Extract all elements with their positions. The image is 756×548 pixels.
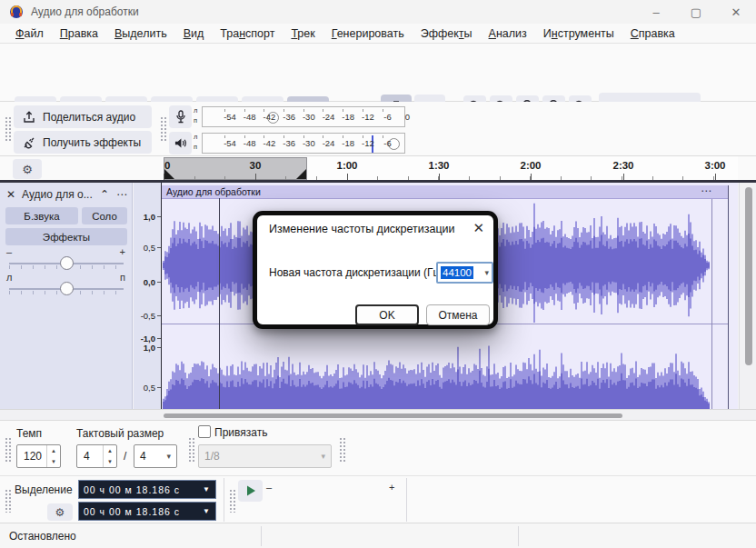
time-toolbar: Темп 120 ▲▼ Тактовый размер 4 ▲▼ / 4▾ Пр… — [0, 420, 756, 475]
timesig-unit-combo[interactable]: 4▾ — [134, 444, 177, 468]
speed-plus-label: + — [389, 482, 394, 493]
beats-spinbox[interactable]: 4 ▲▼ — [76, 444, 117, 468]
play-meter-speaker-button[interactable] — [169, 132, 192, 154]
menu-item-4[interactable]: Транспорт — [212, 25, 283, 42]
sample-rate-combobox[interactable]: 44100 ▾ — [436, 262, 493, 284]
tempo-spinbox[interactable]: 120 ▲▼ — [16, 444, 61, 468]
mute-button[interactable]: Б.звука — [5, 207, 78, 224]
get-effects-button[interactable]: Получить эффекты — [14, 131, 152, 154]
timeline-options-gear-button[interactable]: ⚙ — [13, 159, 42, 179]
menu-item-0[interactable]: Файл — [7, 25, 52, 42]
meter-scale-label: -42 — [264, 138, 276, 148]
menu-bar: ФайлПравкаВыделитьВидТранспортТрекГенери… — [0, 24, 756, 44]
horizontal-scrollbar[interactable] — [0, 409, 756, 420]
record-meter-mic-button[interactable] — [169, 105, 192, 128]
meter-scale-label: -12 — [362, 138, 374, 148]
ruler-time-label: 2:30 — [612, 160, 633, 171]
snap-combo[interactable]: 1/8▾ — [198, 444, 332, 468]
snap-grip[interactable] — [188, 437, 194, 463]
menu-item-3[interactable]: Вид — [175, 25, 213, 42]
status-bar: Остановлено — [0, 523, 756, 548]
meter-scale-label: -6 — [383, 138, 391, 148]
meter-scale-label: -54 — [224, 112, 236, 122]
clip-menu-dots-icon[interactable]: ⋯ — [701, 184, 712, 197]
menu-item-7[interactable]: Эффекты — [413, 25, 481, 42]
maximize-button[interactable]: ▢ — [676, 0, 716, 24]
audacity-logo-icon — [9, 5, 24, 19]
track-effects-button[interactable]: Эффекты — [5, 228, 127, 245]
menu-item-8[interactable]: Анализ — [481, 25, 535, 42]
solo-button[interactable]: Соло — [82, 207, 127, 224]
selection-start-value: 00 ч 00 м 18.186 с — [84, 484, 180, 495]
selection-toolbar: Выделение ⚙ 00 ч 00 м 18.186 с▼ 00 ч 00 … — [0, 475, 756, 523]
menu-item-5[interactable]: Трек — [283, 25, 323, 42]
title-bar: Аудио для обработки – ▢ ✕ — [0, 0, 756, 24]
snap-value: 1/8 — [204, 450, 220, 463]
selection-end-field[interactable]: 00 ч 00 м 18.186 с▼ — [78, 502, 216, 521]
ruler-time-label: 30 — [250, 160, 262, 171]
playback-meter[interactable]: -54-48-42-36-30-24-18-12-6 — [202, 133, 405, 154]
pan-slider[interactable] — [60, 282, 74, 295]
clip-title-band[interactable]: Аудио для обработки — [162, 185, 729, 199]
timeline[interactable]: ⚙ 0301:001:302:002:303:00 — [0, 156, 756, 182]
ruler-time-label: 3:00 — [704, 160, 725, 171]
beats-spinner[interactable]: ▲▼ — [103, 445, 116, 467]
ruler-time-label: 1:30 — [428, 160, 449, 171]
meter-grip[interactable] — [160, 116, 166, 142]
upload-icon — [23, 111, 35, 124]
selection-label: Выделение — [15, 483, 73, 496]
amplitude-label: 1,0 — [144, 343, 155, 353]
meter-scale-label: 0 — [405, 112, 410, 122]
tempo-grip[interactable] — [5, 437, 11, 463]
selection-options-gear-button[interactable]: ⚙ — [47, 503, 73, 521]
ok-button[interactable]: OK — [355, 304, 419, 325]
meter-scale-label: -24 — [323, 138, 335, 148]
share-audio-button[interactable]: Поделиться аудио — [14, 105, 152, 128]
snap-checkbox[interactable] — [198, 425, 211, 438]
gain-plus-label: + — [120, 246, 125, 257]
track-menu-dots-icon[interactable]: ⋯ — [116, 188, 127, 201]
tempo-spinner[interactable]: ▲▼ — [46, 445, 60, 467]
tempo-value: 120 — [17, 445, 46, 467]
vertical-scrollbar-thumb[interactable] — [745, 187, 752, 365]
cancel-button[interactable]: Отмена — [426, 304, 490, 325]
tempo-label: Темп — [16, 427, 42, 440]
track-close-icon[interactable]: ✕ — [6, 188, 15, 201]
track-control-panel[interactable]: ✕ Аудио для о... ⌃ ⋯ Б.звука Соло Эффект… — [0, 183, 133, 409]
sample-rate-value[interactable]: 44100 — [441, 266, 473, 279]
play-at-speed-button[interactable] — [238, 480, 263, 502]
selection-end-value: 00 ч 00 м 18.186 с — [84, 506, 180, 517]
horizontal-scrollbar-thumb[interactable] — [164, 413, 622, 418]
vertical-scrollbar[interactable] — [739, 183, 756, 409]
meter-scale-label: -12 — [362, 112, 374, 122]
selection-grip[interactable] — [5, 489, 11, 513]
share-grip[interactable] — [5, 116, 11, 142]
meter-scale-label: -18 — [342, 112, 354, 122]
selection-start-field[interactable]: 00 ч 00 м 18.186 с▼ — [78, 480, 216, 499]
menu-item-10[interactable]: Справка — [622, 25, 683, 42]
dialog-close-icon[interactable]: ✕ — [472, 220, 484, 236]
menu-item-9[interactable]: Инструменты — [535, 25, 622, 42]
minimize-button[interactable]: – — [636, 0, 676, 24]
meter-scale-label: -6 — [383, 112, 391, 122]
ruler-time-label: 1:00 — [336, 160, 357, 171]
meter-scale-label: -18 — [342, 138, 354, 148]
recording-meter[interactable]: -54-48-42-36-30-24-18-12-60 — [202, 106, 405, 127]
close-button[interactable]: ✕ — [716, 0, 756, 24]
menu-item-2[interactable]: Выделить — [106, 25, 175, 42]
track-collapse-icon[interactable]: ⌃ — [100, 188, 109, 201]
meter-scale-label: -36 — [283, 112, 295, 122]
combo-chevron-icon[interactable]: ▾ — [484, 268, 489, 277]
play-speed-grip[interactable] — [229, 489, 235, 513]
status-text: Остановлено — [9, 530, 76, 543]
track-name[interactable]: Аудио для о... — [22, 188, 100, 201]
timesig-unit-value: 4 — [140, 450, 146, 463]
pan-right-label: п — [120, 272, 125, 283]
time-ruler[interactable]: 0301:001:302:002:303:00 — [162, 156, 738, 180]
gain-slider[interactable] — [60, 256, 74, 270]
time-grip[interactable] — [339, 437, 345, 463]
pan-left-label: л — [6, 272, 12, 283]
menu-item-1[interactable]: Правка — [52, 25, 106, 42]
menu-item-6[interactable]: Генерировать — [323, 25, 413, 42]
track-vertical-ruler[interactable]: 1,00,50,0-0,5-1,01,00,50,0 — [134, 183, 162, 409]
